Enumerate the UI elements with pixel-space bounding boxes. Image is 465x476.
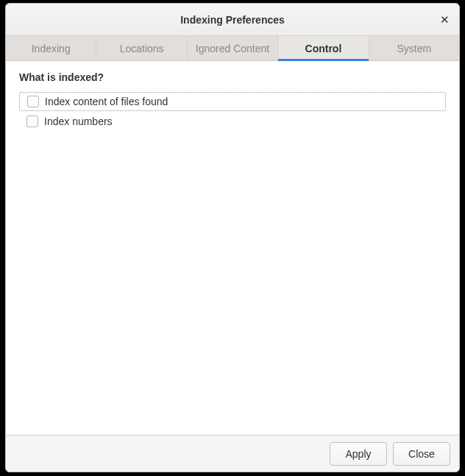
checkbox-index-numbers[interactable]: [26, 116, 38, 127]
tab-label: System: [397, 43, 431, 54]
tab-locations[interactable]: Locations: [96, 36, 187, 60]
option-label: Index numbers: [44, 116, 113, 127]
tab-system[interactable]: System: [369, 36, 459, 60]
preferences-window: Indexing Preferences ✕ Indexing Location…: [5, 3, 460, 472]
checkbox-index-content[interactable]: [27, 96, 39, 107]
apply-button[interactable]: Apply: [330, 442, 387, 466]
tab-control[interactable]: Control: [278, 36, 369, 60]
tab-indexing[interactable]: Indexing: [6, 36, 96, 60]
tab-bar: Indexing Locations Ignored Content Contr…: [6, 36, 459, 61]
button-label: Close: [408, 448, 435, 460]
option-index-numbers[interactable]: Index numbers: [19, 113, 446, 130]
window-title: Indexing Preferences: [180, 14, 285, 26]
tab-label: Control: [305, 43, 342, 54]
close-icon[interactable]: ✕: [437, 13, 452, 27]
titlebar: Indexing Preferences ✕: [6, 4, 459, 36]
content-area: What is indexed? Index content of files …: [6, 61, 459, 435]
section-title: What is indexed?: [19, 71, 446, 83]
close-button[interactable]: Close: [393, 442, 450, 466]
option-label: Index content of files found: [45, 96, 168, 107]
tab-label: Indexing: [32, 43, 71, 54]
action-bar: Apply Close: [6, 435, 459, 472]
option-index-content[interactable]: Index content of files found: [19, 92, 446, 111]
button-label: Apply: [345, 448, 371, 460]
tab-label: Locations: [120, 43, 164, 54]
tab-label: Ignored Content: [196, 43, 269, 54]
tab-ignored-content[interactable]: Ignored Content: [188, 36, 278, 60]
